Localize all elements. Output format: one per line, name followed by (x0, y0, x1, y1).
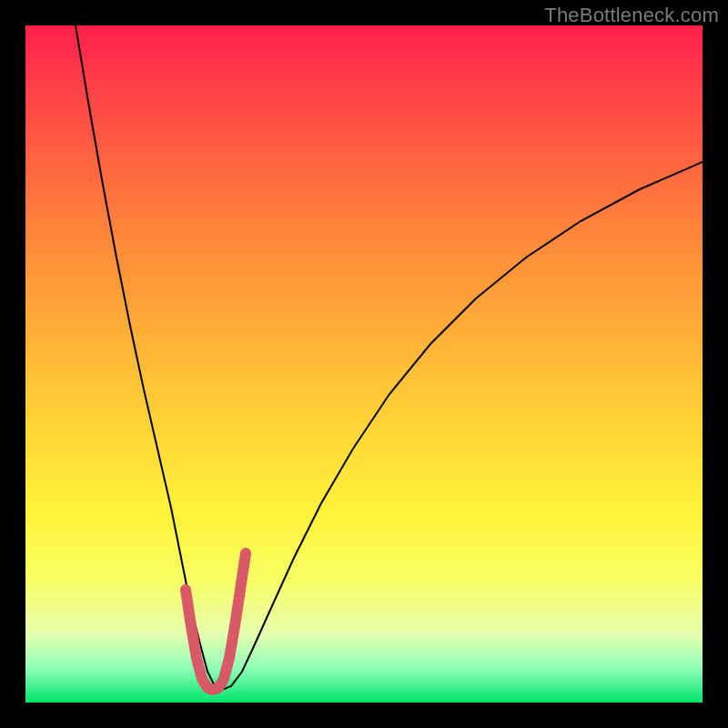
watermark-text: TheBottleneck.com (544, 4, 719, 27)
curve-svg (25, 25, 703, 703)
highlight-segment (186, 553, 246, 690)
bottleneck-curve (76, 25, 703, 690)
gradient-plot-area (25, 25, 703, 703)
